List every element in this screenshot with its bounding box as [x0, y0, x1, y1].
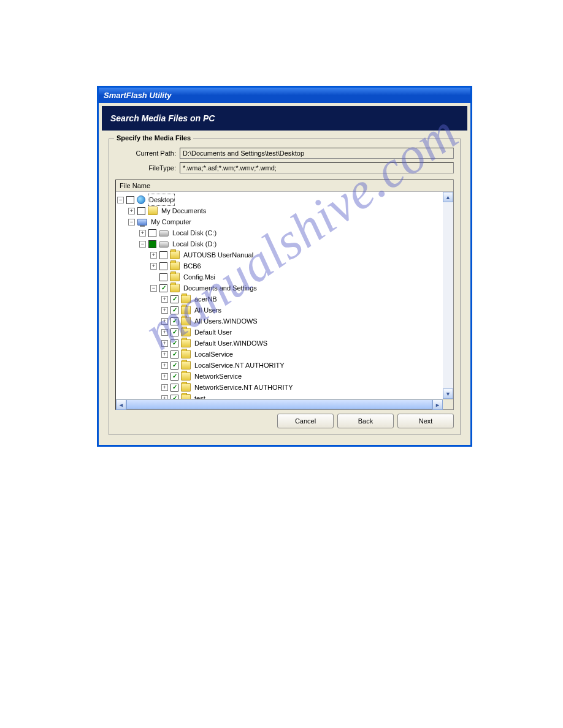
tree-body: − Desktop + My Documents — [116, 192, 453, 399]
checkbox-checked[interactable] — [170, 351, 178, 358]
cancel-button[interactable]: Cancel — [277, 414, 334, 428]
tree-node-configmsi[interactable]: Config.Msi — [117, 271, 452, 282]
folder-icon — [181, 306, 191, 314]
expand-icon[interactable]: + — [161, 373, 168, 380]
folder-icon — [181, 328, 191, 336]
expand-icon[interactable]: + — [161, 384, 168, 391]
tree-node-test[interactable]: + test — [117, 393, 452, 399]
scroll-left-icon[interactable]: ◄ — [116, 400, 126, 410]
expand-icon[interactable]: + — [139, 230, 146, 237]
scroll-track[interactable] — [126, 400, 432, 409]
expand-icon[interactable]: + — [150, 252, 157, 259]
tree-node-desktop[interactable]: − Desktop — [117, 194, 452, 205]
tree-label: NetworkService — [193, 370, 243, 382]
checkbox[interactable] — [148, 229, 156, 237]
folder-icon — [181, 317, 191, 325]
folder-icon — [170, 262, 180, 270]
tree-node-mydocs[interactable]: + My Documents — [117, 205, 452, 216]
tree-label: LocalService.NT AUTHORITY — [193, 359, 286, 371]
expand-icon[interactable]: + — [161, 318, 168, 325]
disk-icon — [159, 241, 169, 248]
tree-node-allusers-win[interactable]: + All Users.WINDOWS — [117, 316, 452, 327]
checkbox-checked[interactable] — [170, 373, 178, 381]
expand-icon[interactable]: + — [161, 351, 168, 358]
file-tree[interactable]: − Desktop + My Documents — [116, 192, 453, 399]
tree-label: All Users — [193, 304, 223, 316]
checkbox[interactable] — [126, 196, 134, 204]
tree-label: Documents and Settings — [182, 282, 258, 294]
tree-label: Default User — [193, 326, 233, 338]
back-button[interactable]: Back — [337, 414, 394, 428]
horizontal-scrollbar[interactable]: ◄ ► — [116, 399, 453, 409]
checkbox-checked[interactable] — [170, 395, 178, 400]
computer-icon — [137, 219, 147, 226]
window-titlebar: SmartFlash Utility — [99, 88, 470, 103]
tree-node-autousb[interactable]: + AUTOUSB UserNanual — [117, 249, 452, 260]
next-button[interactable]: Next — [397, 414, 454, 428]
scroll-right-icon[interactable]: ► — [432, 400, 443, 410]
expand-icon[interactable]: + — [161, 307, 168, 314]
groupbox-title: Specify the Media Files — [114, 134, 193, 142]
tree-node-localservice-nt[interactable]: + LocalService.NT AUTHORITY — [117, 360, 452, 371]
checkbox-checked[interactable] — [159, 284, 167, 292]
filetype-input[interactable] — [180, 162, 454, 173]
current-path-label: Current Path: — [115, 150, 180, 157]
tree-node-disk-c[interactable]: + Local Disk (C:) — [117, 227, 452, 238]
tree-label: LocalService — [193, 348, 234, 360]
checkbox-partial[interactable] — [148, 240, 156, 248]
tree-node-networkservice-nt[interactable]: + NetworkService.NT AUTHORITY — [117, 382, 452, 393]
tree-label: Config.Msi — [182, 271, 216, 283]
checkbox[interactable] — [159, 262, 167, 270]
current-path-input[interactable] — [180, 148, 454, 159]
checkbox-checked[interactable] — [170, 362, 178, 370]
scroll-track[interactable] — [443, 202, 453, 389]
specify-media-groupbox: Specify the Media Files Current Path: Fi… — [109, 138, 461, 435]
checkbox[interactable] — [159, 251, 167, 259]
tree-node-networkservice[interactable]: + NetworkService — [117, 371, 452, 382]
folder-icon — [181, 339, 191, 347]
tree-node-docs-settings[interactable]: − Documents and Settings — [117, 282, 452, 294]
expand-icon[interactable]: + — [161, 329, 168, 336]
checkbox-checked[interactable] — [170, 295, 178, 303]
tree-label: AUTOUSB UserNanual — [182, 249, 255, 261]
expand-icon[interactable]: + — [161, 340, 168, 347]
tree-node-defaultuser[interactable]: + Default User — [117, 327, 452, 338]
collapse-icon[interactable]: − — [150, 285, 157, 292]
checkbox-checked[interactable] — [170, 384, 178, 392]
filetype-row: FileType: — [115, 162, 454, 173]
tree-label: My Computer — [150, 216, 193, 228]
scroll-up-icon[interactable]: ▲ — [443, 192, 453, 202]
page-banner: Search Media Files on PC — [102, 106, 467, 131]
tree-node-localservice[interactable]: + LocalService — [117, 349, 452, 360]
tree-node-defaultuser-win[interactable]: + Default User.WINDOWS — [117, 338, 452, 349]
checkbox-checked[interactable] — [170, 306, 178, 314]
button-row: Cancel Back Next — [115, 414, 454, 428]
folder-icon — [181, 372, 191, 381]
expand-icon[interactable]: + — [161, 362, 168, 369]
tree-node-disk-d[interactable]: − Local Disk (D:) — [117, 238, 452, 249]
tree-node-bcb6[interactable]: + BCB6 — [117, 260, 452, 271]
expand-icon[interactable]: + — [161, 296, 168, 303]
folder-icon — [170, 251, 180, 259]
tree-label: All Users.WINDOWS — [193, 315, 259, 327]
checkbox-checked[interactable] — [170, 317, 178, 325]
tree-node-mycomputer[interactable]: − My Computer — [117, 216, 452, 227]
checkbox-checked[interactable] — [170, 328, 178, 336]
checkbox[interactable] — [137, 207, 145, 215]
tree-node-allusers[interactable]: + All Users — [117, 305, 452, 316]
folder-icon — [181, 383, 191, 392]
vertical-scrollbar[interactable]: ▲ ▼ — [443, 192, 453, 399]
expand-icon[interactable]: + — [128, 208, 135, 214]
collapse-icon[interactable]: − — [117, 197, 124, 203]
checkbox-checked[interactable] — [170, 339, 178, 347]
scroll-down-icon[interactable]: ▼ — [443, 389, 453, 399]
collapse-icon[interactable]: − — [139, 241, 146, 248]
tree-node-acernb[interactable]: + acerNB — [117, 294, 452, 305]
expand-icon[interactable]: + — [161, 395, 168, 400]
tree-label: Local Disk (C:) — [171, 227, 218, 239]
tree-label: Desktop — [148, 194, 175, 206]
collapse-icon[interactable]: − — [128, 219, 135, 226]
checkbox[interactable] — [159, 273, 167, 281]
expand-icon[interactable]: + — [150, 263, 157, 270]
tree-label: test — [193, 392, 207, 399]
